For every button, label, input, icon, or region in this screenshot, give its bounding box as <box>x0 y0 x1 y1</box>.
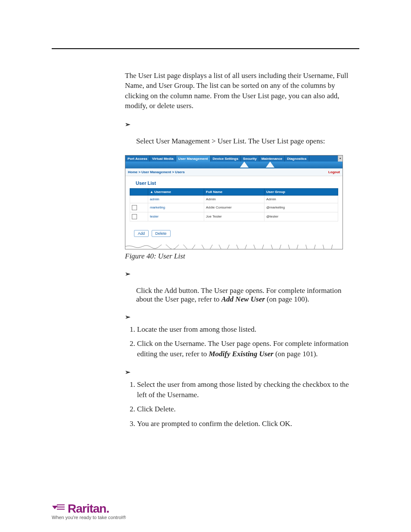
delete-step-3: You are prompted to confirm the deletion… <box>137 419 351 429</box>
logo-swoosh-icon <box>52 502 66 516</box>
fullname-cell: Admin <box>204 195 265 203</box>
table-row: marketing Addie Consumer @marketing <box>130 203 338 212</box>
add-button[interactable]: Add <box>134 230 149 237</box>
chevron-right-icon: ➢ <box>125 121 134 128</box>
intro-paragraph: The User List page displays a list of al… <box>125 71 351 111</box>
xref-modify-existing-user[interactable]: Modify Existing User <box>209 350 273 358</box>
breadcrumb[interactable]: Home > User Management > Users <box>128 170 185 174</box>
tab-security[interactable]: Security <box>241 156 259 162</box>
table-row: admin Admin Admin <box>130 195 338 203</box>
chevron-right-icon: ➢ <box>125 368 134 376</box>
delete-button[interactable]: Delete <box>152 230 171 237</box>
chevron-right-icon: ➢ <box>125 270 134 278</box>
tab-bar: Port Access Virtual Media User Managemen… <box>125 156 342 162</box>
tab-port-access[interactable]: Port Access <box>125 156 150 162</box>
col-usergroup[interactable]: User Group <box>265 188 338 195</box>
row-checkbox-cell <box>130 195 148 203</box>
logo-tagline: When you're ready to take control® <box>52 515 126 520</box>
figure-caption: Figure 40: User List <box>125 252 359 261</box>
modify-step-1: Locate the user from among those listed. <box>137 324 351 334</box>
tab-user-management[interactable]: User Management <box>176 156 211 162</box>
bullet-add-user: ➢ <box>125 270 351 278</box>
bullet-view-users: ➢ <box>125 121 351 128</box>
modify-step-2: Click on the Username. The User page ope… <box>137 339 351 359</box>
tab-virtual-media[interactable]: Virtual Media <box>150 156 176 162</box>
add-user-paragraph: Click the Add button. The User page open… <box>136 286 351 304</box>
delete-step-1: Select the user from among those listed … <box>137 380 351 400</box>
username-link[interactable]: tester <box>148 212 204 221</box>
row-checkbox[interactable] <box>132 214 137 219</box>
xref-add-new-user[interactable]: Add New User <box>221 295 265 303</box>
usergroup-cell: @marketing <box>265 203 338 212</box>
username-link[interactable]: admin <box>148 195 204 203</box>
col-fullname[interactable]: Full Name <box>204 188 265 195</box>
logout-link[interactable]: Logout <box>328 170 340 174</box>
torn-edge <box>125 245 342 249</box>
chevron-right-icon: ➢ <box>125 313 134 321</box>
logo-brand: Raritan. <box>68 502 109 516</box>
table-row: tester Joe Tester @tester <box>130 212 338 221</box>
username-link[interactable]: marketing <box>148 203 204 212</box>
tab-sub-bar <box>125 162 342 168</box>
row-checkbox-cell <box>130 212 148 221</box>
modify-steps: Locate the user from among those listed.… <box>125 324 351 359</box>
col-username[interactable]: ▲ Username <box>148 188 204 195</box>
col-checkbox <box>130 188 148 195</box>
panel-title: User List <box>136 180 338 186</box>
delete-steps: Select the user from among those listed … <box>125 380 351 429</box>
scrollbar-up-icon: ▴ <box>338 156 342 162</box>
page-top-rule <box>52 48 359 49</box>
row-checkbox-cell <box>130 203 148 212</box>
tab-diagnostics[interactable]: Diagnostics <box>285 156 309 162</box>
delete-step-2: Click Delete. <box>137 404 351 414</box>
usergroup-cell: @tester <box>265 212 338 221</box>
user-table: ▲ Username Full Name User Group admin Ad… <box>130 188 338 221</box>
bullet-delete-user: ➢ <box>125 368 351 376</box>
fullname-cell: Addie Consumer <box>204 203 265 212</box>
usergroup-cell: Admin <box>265 195 338 203</box>
userlist-screenshot: ▴ Port Access Virtual Media User Managem… <box>125 155 343 249</box>
row-checkbox[interactable] <box>132 205 137 210</box>
tab-maintenance[interactable]: Maintenance <box>259 156 285 162</box>
bullet-modify-user: ➢ <box>125 313 351 321</box>
tab-device-settings[interactable]: Device Settings <box>211 156 241 162</box>
footer-logo: Raritan. When you're ready to take contr… <box>52 502 126 520</box>
fullname-cell: Joe Tester <box>204 212 265 221</box>
step-open-userlist: Select User Management > User List. The … <box>136 137 351 146</box>
